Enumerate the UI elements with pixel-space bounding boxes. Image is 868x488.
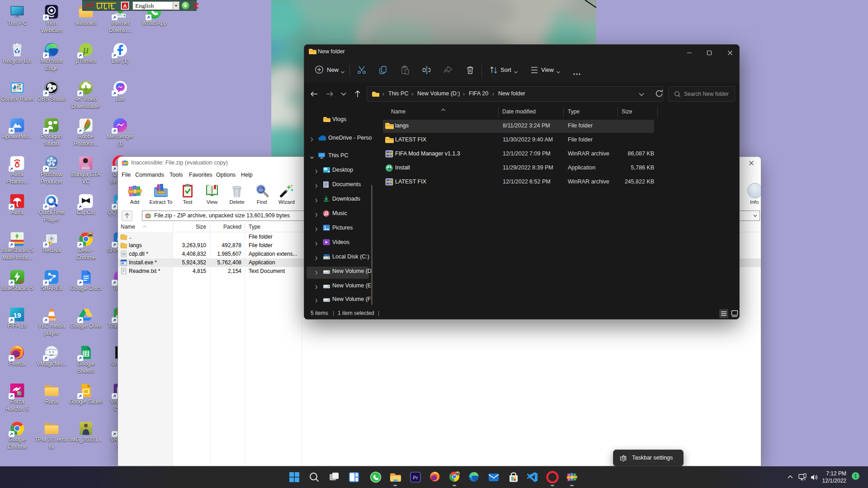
svg-text:Pr: Pr: [413, 475, 418, 480]
svg-text:µ: µ: [83, 43, 90, 56]
svg-text:GTA VC: GTA VC: [81, 167, 90, 169]
svg-text:19: 19: [14, 311, 21, 319]
